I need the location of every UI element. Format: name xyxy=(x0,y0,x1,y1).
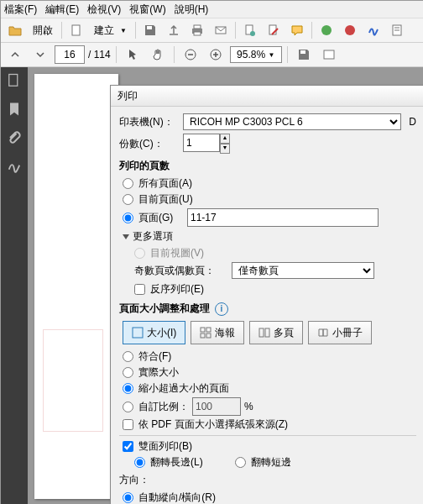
svg-rect-1 xyxy=(147,26,152,29)
dialog-title: 列印 xyxy=(111,86,423,107)
zoom-in-icon[interactable] xyxy=(205,44,227,66)
page-number-input[interactable] xyxy=(55,45,85,64)
print-icon[interactable] xyxy=(186,19,208,41)
svg-point-7 xyxy=(250,31,255,36)
svg-rect-4 xyxy=(194,32,201,35)
radio-all-pages[interactable] xyxy=(123,178,133,189)
hand-icon[interactable] xyxy=(147,44,169,66)
button-booklet[interactable]: 小冊子 xyxy=(308,321,372,344)
stamp-graphic xyxy=(43,329,103,432)
check-duplex[interactable] xyxy=(123,441,133,452)
radio-auto-orient[interactable] xyxy=(123,492,133,503)
svg-rect-21 xyxy=(9,75,18,87)
thumbnails-icon[interactable] xyxy=(6,72,23,89)
svg-rect-26 xyxy=(206,333,211,338)
edit-pdf-icon[interactable] xyxy=(263,19,285,41)
radio-shrink[interactable] xyxy=(123,383,133,394)
svg-rect-28 xyxy=(265,328,269,337)
menu-window[interactable]: 視窗(W) xyxy=(129,3,165,17)
sizing-section-label: 頁面大小調整和處理i xyxy=(119,302,416,316)
radio-current-page[interactable] xyxy=(123,194,133,205)
button-multi[interactable]: 多頁 xyxy=(249,321,303,344)
radio-current-view xyxy=(134,248,145,259)
copies-label: 份數(C)： xyxy=(119,137,178,151)
menu-help[interactable]: 說明(H) xyxy=(175,3,209,17)
menu-file[interactable]: 檔案(F) xyxy=(4,3,37,17)
create-icon[interactable] xyxy=(65,19,87,41)
export-icon[interactable] xyxy=(163,19,185,41)
save-copy-icon[interactable] xyxy=(293,44,315,66)
radio-flip-long[interactable] xyxy=(134,457,145,468)
radio-pages[interactable] xyxy=(123,213,133,223)
signature-panel-icon[interactable] xyxy=(6,158,23,175)
d-char: D xyxy=(406,116,416,128)
red-x-icon[interactable] xyxy=(339,19,361,41)
sidebar xyxy=(1,67,28,504)
form-icon[interactable] xyxy=(386,19,408,41)
page-down-icon[interactable] xyxy=(29,44,51,66)
page-up-icon[interactable] xyxy=(4,44,26,66)
menubar: 檔案(F) 編輯(E) 檢視(V) 視窗(W) 說明(H) xyxy=(1,1,423,18)
oddeven-label: 奇數頁或偶數頁： xyxy=(134,264,227,278)
svg-rect-24 xyxy=(206,328,211,332)
svg-point-9 xyxy=(321,25,332,35)
copies-spinner[interactable]: ▲▼ xyxy=(183,134,230,154)
printer-label: 印表機(N)： xyxy=(119,115,178,129)
mail-icon[interactable] xyxy=(210,19,232,41)
triangle-down-icon xyxy=(123,234,129,239)
open-button[interactable]: 開啟 xyxy=(28,20,58,40)
print-dialog: 列印 印表機(N)： RICOH MP C3003 PCL 6 D 份數(C)：… xyxy=(110,85,423,504)
create-button[interactable]: 建立▼ xyxy=(89,20,132,40)
comment-icon[interactable] xyxy=(286,19,308,41)
svg-rect-19 xyxy=(300,50,306,54)
green-check-icon[interactable] xyxy=(316,19,337,41)
svg-rect-27 xyxy=(259,328,264,337)
pdf-page xyxy=(34,74,118,499)
more-options-toggle[interactable]: 更多選項 xyxy=(123,229,416,244)
main-toolbar: 開啟 建立▼ xyxy=(1,18,423,43)
radio-flip-short[interactable] xyxy=(235,457,246,468)
svg-rect-20 xyxy=(324,50,334,59)
button-poster[interactable]: 海報 xyxy=(191,321,244,344)
info-icon[interactable]: i xyxy=(215,302,228,316)
svg-point-10 xyxy=(345,25,355,35)
radio-fit[interactable] xyxy=(123,351,133,362)
check-choose-paper[interactable] xyxy=(123,419,133,430)
bookmark-icon[interactable] xyxy=(6,101,23,118)
svg-rect-22 xyxy=(133,328,143,338)
nav-toolbar: / 114 95.8% ▼ xyxy=(1,43,423,67)
save-icon[interactable] xyxy=(139,19,161,41)
pointer-icon[interactable] xyxy=(122,44,144,66)
viewer-icon[interactable] xyxy=(318,44,340,66)
page-total: / 114 xyxy=(88,49,111,60)
printer-select[interactable]: RICOH MP C3003 PCL 6 xyxy=(183,113,401,130)
zoom-out-icon[interactable] xyxy=(180,44,201,66)
orientation-label: 方向： xyxy=(119,473,149,487)
svg-rect-3 xyxy=(194,25,201,29)
button-size[interactable]: 大小(I) xyxy=(123,321,185,344)
pages-input[interactable] xyxy=(187,208,379,227)
radio-actual[interactable] xyxy=(123,367,133,378)
menu-edit[interactable]: 編輯(E) xyxy=(45,3,79,17)
convert-icon[interactable] xyxy=(239,19,261,41)
menu-view[interactable]: 檢視(V) xyxy=(87,3,121,17)
svg-rect-25 xyxy=(201,333,205,338)
custom-scale-input xyxy=(192,397,241,416)
attachment-icon[interactable] xyxy=(6,129,23,146)
zoom-level[interactable]: 95.8% ▼ xyxy=(230,46,282,63)
open-folder-icon[interactable] xyxy=(4,19,26,41)
spin-down-icon[interactable]: ▼ xyxy=(220,144,230,154)
oddeven-select[interactable]: 僅奇數頁 xyxy=(232,262,374,279)
check-reverse[interactable] xyxy=(134,284,145,295)
spin-up-icon[interactable]: ▲ xyxy=(220,134,230,144)
sign-icon[interactable] xyxy=(363,19,384,41)
radio-custom-scale[interactable] xyxy=(123,402,133,412)
copies-input[interactable] xyxy=(183,134,220,152)
pages-section-label: 列印的頁數 xyxy=(119,159,416,173)
svg-rect-0 xyxy=(72,25,80,35)
svg-rect-23 xyxy=(201,328,205,332)
